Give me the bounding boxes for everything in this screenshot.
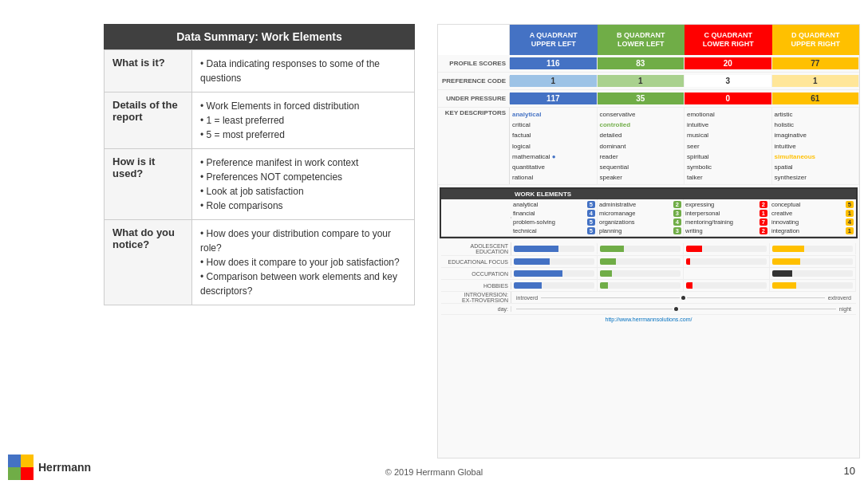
we-num: 2 — [760, 201, 767, 208]
we-num: 5 — [587, 218, 595, 226]
we-name: problem-solving — [513, 218, 555, 226]
svg-rect-1 — [21, 455, 34, 467]
quadrant-a-header: A QUADRANT UPPER LEFT — [510, 25, 598, 55]
we-pair-d2: creative 1 — [771, 209, 854, 218]
introversion-row: INTROVERSION:EX-TROVERSION introverd ext… — [441, 292, 856, 304]
desc-d-1: artistic — [775, 109, 857, 120]
right-chart: A QUADRANT UPPER LEFT B QUADRANT LOWER L… — [437, 24, 860, 458]
day-scale: night — [511, 306, 856, 312]
we-num: 1 — [846, 210, 854, 217]
we-col-d: conceptual 5 creative 1 innovating 4 int… — [770, 199, 856, 236]
desc-c-1: emotional — [687, 109, 769, 120]
desc-d-3: imaginative — [775, 130, 857, 140]
pref-d: 1 — [772, 75, 860, 87]
row-content-notice: How does your distribution compare to yo… — [192, 220, 415, 305]
hobbies-cells — [511, 280, 856, 291]
table-title: Data Summary: Work Elements — [104, 24, 415, 49]
desc-c-7: talker — [687, 172, 769, 183]
under-pressure-row: UNDER PRESSURE 117 35 0 61 — [438, 90, 859, 108]
hobbies-row: HOBBIES — [441, 280, 856, 292]
desc-a-3: factual — [512, 130, 594, 140]
desc-a-4: logical — [512, 141, 594, 152]
we-name: planning — [599, 227, 621, 234]
we-col-a: analytical 5 financial 4 problem-solving… — [511, 199, 598, 236]
adolescent-label: ADOLESCENT EDUCATION — [441, 242, 511, 255]
work-elements-section: WORK ELEMENTS analytical 5 financial 4 p… — [440, 187, 858, 238]
we-label-1 — [441, 217, 511, 218]
list-item: Comparison between work elements and key… — [200, 270, 406, 298]
desc-col-a: analytical critical factual logical math… — [510, 108, 598, 184]
desc-col-b: conservative controlled detailed dominan… — [598, 108, 685, 184]
edu-focus-cells — [511, 256, 856, 267]
list-item: 1 = least preferred — [200, 113, 406, 128]
we-pair-d4: integration 1 — [771, 226, 854, 235]
desc-b-2: controlled — [600, 120, 682, 130]
we-header-spacer — [444, 191, 515, 198]
header-spacer — [438, 25, 510, 55]
we-num: 4 — [673, 218, 681, 226]
edu-d — [770, 256, 856, 267]
desc-d-4: intuitive — [775, 141, 857, 152]
bottom-section: ADOLESCENT EDUCATION EDUCATIONAL FOCUS — [438, 241, 859, 325]
desc-b-6: sequential — [600, 162, 682, 172]
q-b-label: B QUADRANT — [617, 31, 665, 40]
desc-d-5: simultaneous — [775, 152, 857, 162]
we-pair-a2: financial 4 — [513, 209, 595, 218]
we-col-b: administrative 2 micromanage 3 organizat… — [598, 199, 684, 236]
occ-c — [684, 268, 770, 279]
under-pressure-label: UNDER PRESSURE — [438, 93, 510, 104]
edu-a — [511, 256, 598, 267]
we-col-c: expressing 2 interpersonal 1 mentoring/t… — [684, 199, 770, 236]
we-name: micromanage — [599, 210, 635, 217]
profile-scores-row: PROFILE SCORES 116 83 20 77 — [438, 55, 859, 73]
pressure-d: 61 — [772, 92, 860, 104]
day-dot — [674, 307, 678, 311]
list-item: Work Elements in forced distribution — [200, 99, 406, 113]
adol-b — [598, 243, 684, 254]
we-num: 1 — [760, 210, 767, 217]
adol-d — [770, 243, 856, 254]
edu-focus-label: EDUCATIONAL FOCUS — [441, 258, 511, 266]
we-num: 3 — [673, 227, 681, 234]
desc-b-5: reader — [600, 152, 682, 162]
desc-b-3: detailed — [600, 130, 682, 140]
we-name: analytical — [513, 201, 538, 208]
we-name: administrative — [599, 201, 636, 208]
svg-rect-0 — [8, 455, 21, 467]
we-name: mentoring/training — [685, 218, 733, 226]
q-c-sub: LOWER RIGHT — [703, 40, 754, 49]
table-row: What is it? Data indicating responses to… — [105, 50, 415, 92]
pref-a: 1 — [510, 75, 598, 87]
quadrant-c-header: C QUADRANT LOWER RIGHT — [685, 25, 772, 55]
desc-c-5: spiritual — [687, 152, 769, 162]
list-item: Data indicating responses to some of the… — [200, 57, 406, 85]
we-pair-d1: conceptual 5 — [771, 200, 854, 209]
data-table: What is it? Data indicating responses to… — [104, 49, 415, 305]
desc-b-7: speaker — [600, 172, 682, 183]
occupation-label: OCCUPATION — [441, 270, 511, 277]
we-name: innovating — [771, 218, 799, 226]
q-b-sub: LOWER LEFT — [617, 40, 665, 49]
pref-b: 1 — [598, 75, 685, 87]
quadrant-b-header: B QUADRANT LOWER LEFT — [598, 25, 685, 55]
we-num: 1 — [846, 227, 854, 234]
profile-scores-label: PROFILE SCORES — [438, 58, 510, 69]
quadrant-d-header: D QUADRANT UPPER RIGHT — [772, 25, 860, 55]
adol-c — [684, 243, 770, 254]
intro-scale-bar — [538, 296, 828, 300]
desc-d-2: holistic — [775, 120, 857, 130]
we-name: integration — [771, 227, 799, 234]
we-pair-a3: problem-solving 5 — [513, 218, 595, 226]
svg-rect-3 — [21, 467, 34, 480]
adolescent-cells — [511, 243, 856, 254]
we-name: conceptual — [771, 201, 800, 208]
we-name: interpersonal — [685, 210, 720, 217]
quadrant-header: A QUADRANT UPPER LEFT B QUADRANT LOWER L… — [438, 25, 859, 55]
row-content-what: Data indicating responses to some of the… — [192, 50, 415, 92]
desc-a-6: quantitative — [512, 162, 594, 172]
under-pressure-cells: 117 35 0 61 — [510, 92, 859, 104]
we-name: organizations — [599, 218, 635, 226]
row-label-what: What is it? — [105, 50, 192, 92]
q-c-label: C QUADRANT — [704, 31, 753, 40]
we-pair-c4: writing 2 — [685, 226, 767, 235]
